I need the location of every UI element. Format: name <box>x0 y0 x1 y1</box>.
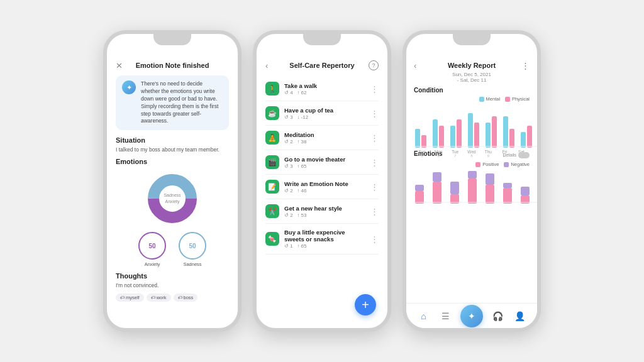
back-icon[interactable]: ‹ <box>265 61 268 70</box>
item-body-tea: Have a cup of tea ↺ 3 ↓ -12 <box>284 107 365 120</box>
nav-profile-icon[interactable]: 👤 <box>513 309 527 323</box>
thoughts-text: I'm not convinced. <box>116 282 229 288</box>
svg-rect-7 <box>450 126 455 148</box>
item-icon-sweets: 🍬 <box>265 232 279 246</box>
situation-title: Situation <box>116 136 229 144</box>
item-body-meditation: Meditation ↺ 2 ↑ 38 <box>284 131 365 145</box>
more-icon[interactable]: ⋮ <box>370 234 379 244</box>
item-stats: ↺ 3 ↑ 65 <box>284 163 365 169</box>
item-body-movie: Go to a movie theater ↺ 3 ↑ 65 <box>284 156 365 169</box>
toggle-switch[interactable] <box>518 152 530 158</box>
item-icon-hair: ✂️ <box>265 204 279 218</box>
nav-center-icon[interactable]: ✦ <box>460 305 483 327</box>
item-stats: ↺ 2 ↑ 38 <box>284 139 365 145</box>
list-item[interactable]: 🎬 Go to a movie theater ↺ 3 ↑ 65 ⋮ <box>265 150 379 175</box>
condition-legend: Mental Physical <box>414 96 530 102</box>
day-num: 10 <box>497 154 513 158</box>
item-name: Take a walk <box>284 82 365 89</box>
more-icon[interactable]: ⋮ <box>370 158 379 167</box>
more-icon[interactable]: ⋮ <box>370 133 379 143</box>
item-name: Write an Emotion Note <box>284 180 365 187</box>
condition-chart: Sun 5 Mon 6 Tue 7 Wed 8 <box>414 104 530 148</box>
svg-rect-20 <box>415 191 424 204</box>
chart-day-labels: Sun 5 Mon 6 Tue 7 Wed 8 <box>414 150 530 158</box>
list-item[interactable]: 🍬 Buy a little expencive sweets or snack… <box>265 224 379 255</box>
day-label: Tue <box>447 150 464 154</box>
legend-physical: Physical <box>505 96 530 102</box>
tag-myself[interactable]: myself <box>116 293 144 302</box>
more-icon[interactable]: ⋮ <box>370 109 379 118</box>
sadness-label: Sadness <box>179 261 206 267</box>
legend-mental: Mental <box>479 96 501 102</box>
item-stats: ↺ 2 ↑ 53 <box>284 212 365 218</box>
item-body-sweets: Buy a little expencive sweets or snacks … <box>284 229 365 249</box>
svg-rect-17 <box>509 129 514 148</box>
add-button[interactable]: + <box>355 294 376 315</box>
close-icon[interactable]: ✕ <box>116 61 123 70</box>
phone3-title: Weekly Report <box>448 62 496 69</box>
date-range: Sun, Dec 5, 2021- Sat, Dec 11 <box>414 72 530 83</box>
item-icon-tea: ☕ <box>265 106 279 120</box>
item-icon-note: 📝 <box>265 180 279 194</box>
day-num: 7 <box>447 154 464 158</box>
emotion-stats: 50 Anxiety 50 Sadness <box>116 232 229 267</box>
day-num: 5 <box>414 154 430 158</box>
item-name: Go to a movie theater <box>284 156 365 163</box>
item-body-hair: Get a new hear style ↺ 2 ↑ 53 <box>284 205 365 218</box>
svg-text:Sadness: Sadness <box>164 193 181 197</box>
more-icon[interactable]: ⋮ <box>370 207 379 216</box>
svg-text:Anxiety: Anxiety <box>165 199 180 204</box>
svg-rect-26 <box>468 178 477 204</box>
list-item[interactable]: 🚶 Take a walk ↺ 4 ↑ 62 ⋮ <box>265 77 379 101</box>
list-item[interactable]: 📝 Write an Emotion Note ↺ 2 ↑ 46 ⋮ <box>265 175 379 199</box>
svg-rect-33 <box>521 187 530 195</box>
day-label: Wed <box>464 150 480 154</box>
list-item[interactable]: ✂️ Get a new hear style ↺ 2 ↑ 53 ⋮ <box>265 199 379 224</box>
day-num: 6 <box>430 154 447 158</box>
phone-emotion-note: ✕ Emotion Note finished ✦ There's no nee… <box>103 30 242 332</box>
day-label: Thu <box>480 150 496 154</box>
more-options-icon[interactable]: ⋮ <box>521 61 530 70</box>
bottom-nav: ⌂ ☰ ✦ 🎧 👤 <box>406 303 537 328</box>
legend-negative: Negative <box>504 162 530 167</box>
day-num: 9 <box>480 154 496 158</box>
nav-notes-icon[interactable]: ☰ <box>438 309 452 323</box>
situation-text: I talked to my boss about my team member… <box>116 146 229 153</box>
svg-rect-22 <box>433 182 441 204</box>
svg-rect-18 <box>527 126 532 148</box>
item-stats: ↺ 3 ↓ -12 <box>284 114 365 120</box>
sadness-value: 50 <box>189 243 196 250</box>
nav-home-icon[interactable]: ⌂ <box>416 309 430 323</box>
svg-rect-6 <box>433 119 438 148</box>
tag-work[interactable]: work <box>147 293 171 302</box>
svg-rect-5 <box>415 129 420 148</box>
emotion-chart <box>414 169 530 205</box>
tag-boss[interactable]: boss <box>174 293 198 302</box>
info-box: ✦ There's no need to decide whether the … <box>116 75 229 130</box>
mental-color <box>479 97 484 102</box>
thoughts-title: Thoughts <box>116 272 229 280</box>
svg-rect-13 <box>439 126 444 148</box>
more-icon[interactable]: ⋮ <box>370 182 379 192</box>
svg-rect-10 <box>503 116 508 148</box>
day-label: Mon <box>430 150 447 154</box>
emotion-legend: Positive Negative <box>414 162 530 167</box>
day-num: 8 <box>464 154 480 158</box>
info-text: There's no need to decide whether the em… <box>141 80 223 125</box>
nav-headphones-icon[interactable]: 🎧 <box>491 309 505 323</box>
list-item[interactable]: ☕ Have a cup of tea ↺ 3 ↓ -12 ⋮ <box>265 101 379 126</box>
svg-rect-12 <box>421 135 426 148</box>
legend-positive: Positive <box>475 162 499 167</box>
list-item[interactable]: 🧘 Meditation ↺ 2 ↑ 38 ⋮ <box>265 126 379 150</box>
item-icon-walk: 🚶 <box>265 82 279 96</box>
svg-rect-14 <box>457 119 462 148</box>
svg-rect-8 <box>468 113 473 148</box>
more-icon[interactable]: ⋮ <box>370 84 379 94</box>
back-icon[interactable]: ‹ <box>414 61 416 70</box>
item-body-walk: Take a walk ↺ 4 ↑ 62 <box>284 82 365 96</box>
day-label: Fri <box>497 150 513 154</box>
help-icon[interactable]: ? <box>369 60 379 70</box>
svg-rect-23 <box>433 172 441 182</box>
svg-rect-27 <box>468 171 477 178</box>
info-icon: ✦ <box>122 80 136 94</box>
